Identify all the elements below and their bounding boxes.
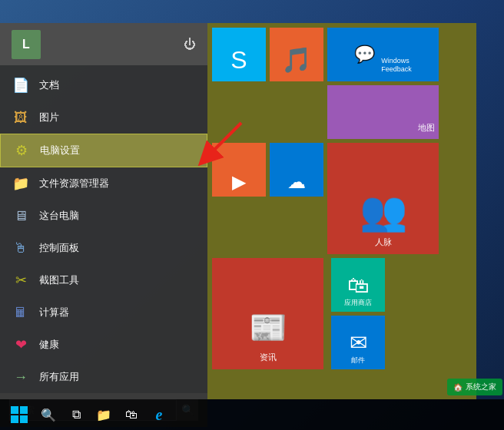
tiles-row-1: S 🎵 💬 WindowsFeedback 地图 xyxy=(212,28,472,139)
tile-feedback[interactable]: 💬 WindowsFeedback xyxy=(327,28,439,81)
watermark: 🏠 系统之家 xyxy=(447,379,502,395)
tile-people[interactable]: 👥 人脉 xyxy=(327,143,439,254)
menu-item-calculator[interactable]: 🖩 计算器 xyxy=(0,296,207,329)
watermark-icon: 🏠 xyxy=(453,383,463,392)
watermark-text: 系统之家 xyxy=(466,382,496,392)
menu-items-list: 📄 文档 🖼 图片 ⚙ 电脑设置 xyxy=(0,65,207,430)
taskbar: 🔍 ⧉ 📁 🛍 e xyxy=(0,399,504,430)
skype-icon: S xyxy=(230,46,247,74)
power-button[interactable]: ⏻ xyxy=(184,38,196,51)
menu-label-documents: 文档 xyxy=(39,78,59,92)
menu-label-control-panel: 控制面板 xyxy=(39,241,79,255)
tile-news[interactable]: 📰 资讯 xyxy=(212,258,323,369)
allapps-icon: → xyxy=(12,368,30,386)
feedback-map-col: 💬 WindowsFeedback 地图 xyxy=(327,28,439,139)
menu-item-health[interactable]: ❤ 健康 xyxy=(0,329,207,361)
people-icon: 👥 xyxy=(360,189,407,233)
menu-label-this-pc: 这台电脑 xyxy=(39,209,79,223)
start-button[interactable] xyxy=(4,399,35,430)
menu-item-control-panel[interactable]: 🖱 控制面板 xyxy=(0,232,207,264)
people-label: 人脉 xyxy=(375,237,392,248)
desktop: L ⏻ 📄 文档 🖼 图片 ⚙ 电脑设置 xyxy=(0,0,504,430)
windows-logo-icon xyxy=(11,406,28,423)
tile-mail[interactable]: ✉ 邮件 xyxy=(331,316,385,369)
health-icon: ❤ xyxy=(12,336,30,354)
tiles-row-2: ▶ ☁ 👥 人脉 xyxy=(212,143,472,254)
menu-item-documents[interactable]: 📄 文档 xyxy=(0,69,207,101)
svg-rect-3 xyxy=(20,406,28,414)
calc-icon: 🖩 xyxy=(12,303,30,322)
menu-item-pictures[interactable]: 🖼 图片 xyxy=(0,101,207,134)
menu-label-all-apps: 所有应用 xyxy=(39,370,79,384)
store-icon: 🛍 xyxy=(347,273,369,298)
news-label: 资讯 xyxy=(260,352,277,363)
map-label: 地图 xyxy=(418,122,435,134)
feedback-icon: 💬 xyxy=(354,45,375,64)
mail-icon: ✉ xyxy=(350,330,367,356)
svg-rect-2 xyxy=(11,406,18,414)
taskbar-edge-button[interactable]: e xyxy=(145,401,173,428)
store-label: 应用商店 xyxy=(344,298,372,308)
taskbar-file-explorer-button[interactable]: 📁 xyxy=(90,401,118,428)
start-menu: L ⏻ 📄 文档 🖼 图片 ⚙ 电脑设置 xyxy=(0,23,476,399)
tile-skype[interactable]: S xyxy=(212,28,266,81)
snip-icon: ✂ xyxy=(12,271,30,289)
menu-item-pc-settings[interactable]: ⚙ 电脑设置 xyxy=(0,134,207,167)
pic-icon: 🖼 xyxy=(12,108,30,127)
tiles-row-3: 📰 资讯 🛍 应用商店 ✉ 邮件 xyxy=(212,258,472,369)
svg-rect-5 xyxy=(20,415,28,423)
menu-item-this-pc[interactable]: 🖥 这台电脑 xyxy=(0,200,207,232)
menu-label-snipping-tool: 截图工具 xyxy=(39,273,79,287)
tile-video[interactable]: ▶ xyxy=(212,143,266,197)
tile-onedrive[interactable]: ☁ xyxy=(270,143,323,197)
menu-item-all-apps[interactable]: → 所有应用 xyxy=(0,361,207,393)
tile-music[interactable]: 🎵 xyxy=(270,28,323,81)
menu-label-health: 健康 xyxy=(39,338,59,352)
taskbar-store-button[interactable]: 🛍 xyxy=(118,401,145,428)
tiles-panel: S 🎵 💬 WindowsFeedback 地图 xyxy=(207,23,476,399)
mail-label: 邮件 xyxy=(351,356,365,366)
avatar: L xyxy=(12,30,41,59)
news-icon: 📰 xyxy=(249,309,287,346)
menu-label-file-explorer: 文件资源管理器 xyxy=(39,177,109,190)
menu-item-snipping-tool[interactable]: ✂ 截图工具 xyxy=(0,264,207,296)
tile-store[interactable]: 🛍 应用商店 xyxy=(331,258,385,312)
user-section: L ⏻ xyxy=(0,23,207,65)
onedrive-icon: ☁ xyxy=(287,171,306,193)
menu-label-pc-settings: 电脑设置 xyxy=(40,144,80,157)
doc-icon: 📄 xyxy=(12,76,30,94)
menu-label-pictures: 图片 xyxy=(39,111,59,124)
tile-map[interactable]: 地图 xyxy=(327,85,439,139)
menu-label-calculator: 计算器 xyxy=(39,306,69,319)
music-icon: 🎵 xyxy=(281,45,312,74)
store-mail-col: 🛍 应用商店 ✉ 邮件 xyxy=(331,258,385,369)
left-panel: L ⏻ 📄 文档 🖼 图片 ⚙ 电脑设置 xyxy=(0,23,207,399)
pc-icon: 🖥 xyxy=(12,207,30,225)
svg-rect-4 xyxy=(11,415,18,423)
tile-feedback-label: WindowsFeedback xyxy=(381,57,412,78)
menu-item-file-explorer[interactable]: 📁 文件资源管理器 xyxy=(0,167,207,200)
taskbar-search-button[interactable]: 🔍 xyxy=(35,401,62,428)
panel-icon: 🖱 xyxy=(12,239,30,257)
folder-icon: 📁 xyxy=(12,174,30,193)
gear-icon: ⚙ xyxy=(12,141,31,160)
video-icon: ▶ xyxy=(232,171,246,193)
taskbar-taskview-button[interactable]: ⧉ xyxy=(62,401,90,428)
